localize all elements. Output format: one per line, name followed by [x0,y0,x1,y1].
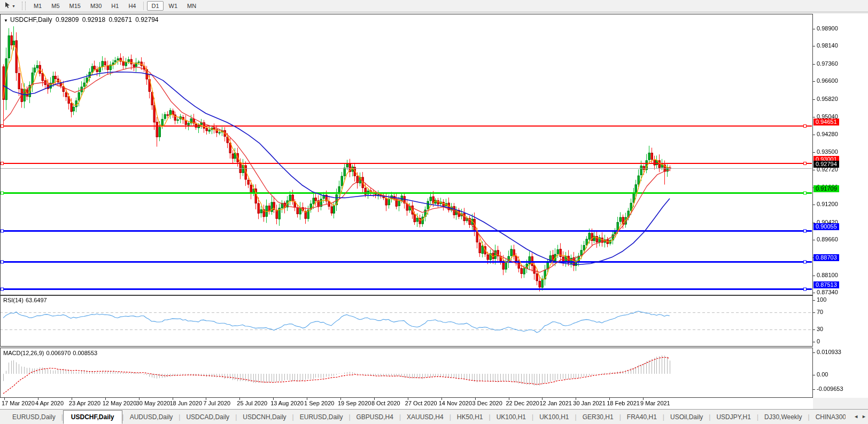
date-tick-label: 17 Mar 2020 [2,400,35,406]
price-level-badge: 0.87513 [813,281,839,288]
chart-tab-DJ30-Weekly[interactable]: DJ30,Weekly [758,411,808,423]
timeframe-button-M1[interactable]: M1 [29,1,46,11]
date-tick-label: 27 Oct 2020 [405,400,437,406]
ohlc-open: 0.92809 [56,16,79,23]
chart-tabs: EURUSD,Daily|USDCHF,Daily|AUDUSD,Daily|U… [6,410,846,424]
chart-title: ▼USDCHF,Daily 0.92809 0.92918 0.92671 0.… [4,16,160,23]
timeframe-button-M5[interactable]: M5 [47,1,64,11]
timeframe-buttons: M1M5M15M30H1H4D1W1MN [29,0,201,12]
date-tick-label: 22 Dec 2020 [506,400,539,406]
chart-cursor-tool-button[interactable]: ▼ [2,1,18,11]
price-tick-label: 0.95820 [817,96,838,102]
chart-tab-AUDUSD-Daily[interactable]: AUDUSD,Daily [124,411,179,423]
macd-tick-label: 0.010933 [817,349,841,355]
current-price-badge: 0.92794 [813,161,839,168]
macd-tick-label: 0.00 [817,371,828,378]
macd-tick-label: -0.009653 [817,386,843,392]
chart-tab-UK100-H1[interactable]: UK100,H1 [533,411,575,423]
price-tick-label: 0.93500 [817,148,838,155]
macd-panel[interactable] [0,348,813,398]
tab-scroll-buttons: ◄ ► [854,414,866,419]
date-tick-label: 14 Nov 2020 [439,400,472,406]
date-tick-label: 12 May 2020 [103,400,137,406]
timeframe-button-MN[interactable]: MN [183,1,200,11]
ohlc-high: 0.92918 [82,16,105,23]
timeframe-button-W1[interactable]: W1 [165,1,182,11]
rsi-value: 63.6497 [26,297,47,303]
price-tick-label: 0.89660 [817,236,838,242]
price-level-badge: 0.88703 [813,254,839,261]
date-tick-label: 12 Jan 2021 [539,400,572,406]
tab-scroll-left-icon[interactable]: ◄ [854,414,858,419]
chart-tab-XAUUSD-H4[interactable]: XAUUSD,H4 [401,411,449,423]
timeframe-button-H1[interactable]: H1 [107,1,123,11]
date-tick-label: 18 Feb 2021 [607,400,640,406]
date-axis[interactable]: 17 Mar 20204 Apr 202023 Apr 202012 May 2… [0,398,813,409]
chart-tab-USDCNH-Daily[interactable]: USDCNH,Daily [237,411,292,423]
date-tick-label: 13 Aug 2020 [270,400,304,406]
date-tick-label: 30 May 2020 [136,400,170,406]
macd-signal-value: 0.008553 [73,350,97,356]
price-tick-label: 0.96600 [817,77,838,84]
price-tick-label: 0.94280 [817,131,838,137]
price-level-badge: 0.94651 [813,119,839,125]
chart-tab-CHINA300-H1[interactable]: CHINA300,H1 [810,411,846,423]
chart-tab-GBPUSD-H4[interactable]: GBPUSD,H4 [351,411,399,423]
symbol-dropdown-icon[interactable]: ▼ [4,18,8,23]
date-tick-label: 19 Sep 2020 [338,400,371,406]
chart-symbol-label: USDCHF,Daily [10,16,52,23]
date-tick-label: 25 Jul 2020 [237,400,267,406]
mt4-terminal: ▼ M1M5M15M30H1H4D1W1MN 0.989000.981400.9… [0,0,868,424]
price-axis[interactable]: 0.989000.981400.973600.966000.958200.950… [813,14,868,398]
price-tick-label: 0.97360 [817,60,838,67]
price-tick-label: 0.87340 [817,289,838,295]
chart-tab-EURUSD-Daily[interactable]: EURUSD,Daily [6,411,61,423]
rsi-panel[interactable] [0,295,813,347]
rsi-indicator-label: RSI(14)63.6497 [3,297,49,303]
timeframe-button-H4[interactable]: H4 [124,1,140,11]
price-level-badge: 0.90055 [813,223,839,230]
date-tick-label: 30 Jan 2021 [573,400,606,406]
timeframe-button-M15[interactable]: M15 [65,1,85,11]
date-tick-label: 9 Mar 2021 [640,400,670,406]
date-tick-label: 4 Apr 2020 [35,400,64,406]
date-tick-label: 8 Oct 2020 [371,400,400,406]
toolbar-grip[interactable] [22,2,26,10]
chart-tab-GER30-H1[interactable]: GER30,H1 [577,411,619,423]
rsi-tick-label: 100 [817,296,826,303]
price-panel[interactable] [0,14,813,295]
macd-indicator-label: MACD(12,26,9)0.0069700.008553 [3,350,99,356]
macd-main-value: 0.006970 [46,350,71,356]
cursor-arrow-icon [4,1,11,11]
rsi-name: RSI(14) [3,297,24,303]
date-tick-label: 3 Dec 2020 [472,400,502,406]
date-tick-label: 1 Sep 2020 [304,400,334,406]
tab-scroll-right-icon[interactable]: ► [862,414,866,419]
price-level-badge: 0.91709 [813,185,839,192]
chart-tab-FRA40-H1[interactable]: FRA40,H1 [621,411,663,423]
chart-tab-EURUSD-Daily[interactable]: EURUSD,Daily [294,411,349,423]
toolbar-separator [143,2,144,10]
price-tick-label: 0.98140 [817,42,838,49]
chart-tabbar: EURUSD,Daily|USDCHF,Daily|AUDUSD,Daily|U… [0,409,868,424]
ohlc-close: 0.92794 [135,16,158,23]
chevron-down-icon: ▼ [12,4,15,8]
macd-name: MACD(12,26,9) [3,350,44,356]
rsi-tick-label: 30 [817,326,823,332]
chart-tab-UK100-H1[interactable]: UK100,H1 [491,411,532,423]
timeframe-toolbar: ▼ M1M5M15M30H1H4D1W1MN [0,0,868,12]
timeframe-button-D1[interactable]: D1 [147,1,163,11]
date-tick-label: 18 Jun 2020 [170,400,203,406]
timeframe-button-M30[interactable]: M30 [86,1,106,11]
chart-tab-HK50-H1[interactable]: HK50,H1 [451,411,489,423]
date-tick-label: 23 Apr 2020 [69,400,100,406]
chart-tab-USDCHF-Daily[interactable]: USDCHF,Daily [63,410,122,424]
price-tick-label: 0.88100 [817,272,838,278]
rsi-tick-label: 70 [817,309,823,315]
chart-tab-USOil-Daily[interactable]: USOil,Daily [664,411,709,423]
ohlc-low: 0.92671 [108,16,131,23]
date-tick-label: 7 Jul 2020 [203,400,230,406]
chart-tab-USDCAD-Daily[interactable]: USDCAD,Daily [180,411,235,423]
rsi-tick-label: 0 [817,338,820,344]
chart-tab-USDJPY-H1[interactable]: USDJPY,H1 [710,411,756,423]
